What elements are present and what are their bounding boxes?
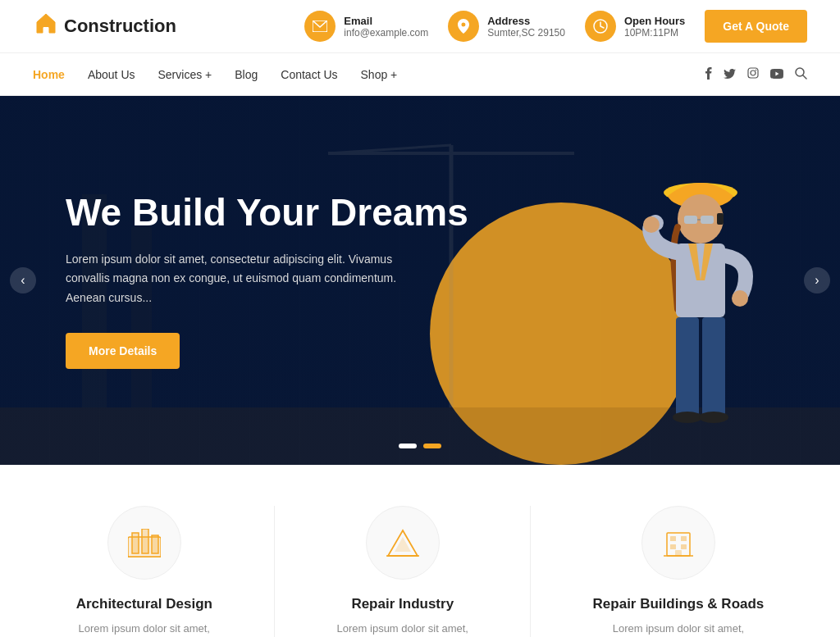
nav-links: Home About Us Services + Blog Contact Us… (33, 55, 397, 94)
nav-contact[interactable]: Contact Us (281, 55, 337, 94)
service-divider-2 (530, 506, 531, 637)
svg-rect-43 (681, 544, 687, 549)
svg-rect-23 (676, 317, 699, 416)
email-info: Email info@example.com (304, 11, 428, 42)
nav-services[interactable]: Services + (158, 55, 212, 94)
nav-blog[interactable]: Blog (235, 55, 258, 94)
svg-rect-3 (748, 68, 758, 78)
email-label: Email (344, 15, 428, 27)
hero-section: ‹ We Build Your Dreams Lorem ipsum dolor… (0, 96, 840, 465)
architectural-desc: Lorem ipsum dolor sit amet, (79, 621, 210, 637)
slider-dots (399, 444, 441, 448)
hours-icon-circle (585, 11, 616, 42)
svg-line-7 (803, 75, 806, 79)
nav-shop[interactable]: Shop + (361, 55, 398, 94)
hours-value: 10PM:11PM (624, 27, 685, 39)
twitter-icon[interactable] (724, 68, 736, 81)
hours-info: Open Hours 10PM:11PM (585, 11, 685, 42)
slider-dot-2[interactable] (423, 444, 441, 448)
service-card-repair-buildings: Repair Buildings & Roads Lorem ipsum dol… (593, 506, 765, 637)
svg-rect-29 (132, 533, 139, 553)
navigation: Home About Us Services + Blog Contact Us… (0, 53, 840, 96)
hours-label: Open Hours (624, 15, 685, 27)
svg-rect-31 (142, 529, 148, 553)
top-header: Construction Email info@example.com (0, 0, 840, 53)
hero-cta-button[interactable]: More Details (66, 333, 180, 369)
youtube-icon[interactable] (770, 68, 783, 81)
repair-industry-icon (366, 506, 440, 580)
logo-icon (33, 11, 59, 43)
repair-buildings-icon (641, 506, 715, 580)
repair-buildings-title: Repair Buildings & Roads (593, 596, 765, 612)
slider-prev[interactable]: ‹ (10, 267, 36, 293)
service-card-repair-industry: Repair Industry Lorem ipsum dolor sit am… (337, 506, 468, 637)
svg-rect-17 (701, 216, 714, 224)
address-value: Sumter,SC 29150 (487, 27, 565, 39)
hours-text: Open Hours 10PM:11PM (624, 15, 685, 39)
svg-rect-41 (681, 536, 687, 541)
search-icon[interactable] (795, 67, 807, 82)
address-label: Address (487, 15, 565, 27)
address-icon-circle (448, 11, 479, 42)
svg-point-4 (751, 71, 756, 75)
email-icon-circle (304, 11, 336, 42)
architectural-icon (107, 506, 181, 580)
nav-social (705, 67, 807, 82)
svg-rect-33 (152, 535, 158, 553)
email-value: info@example.com (344, 27, 428, 39)
nav-home[interactable]: Home (33, 55, 65, 94)
brand-name: Construction (64, 16, 176, 37)
architectural-title: Architectural Design (76, 596, 212, 612)
hero-content: We Build Your Dreams Lorem ipsum dolor s… (66, 192, 468, 369)
svg-rect-24 (702, 317, 725, 416)
svg-point-25 (673, 412, 702, 423)
header-info: Email info@example.com Address Sumter,SC… (304, 10, 807, 43)
facebook-icon[interactable] (705, 67, 712, 82)
address-info: Address Sumter,SC 29150 (448, 11, 565, 42)
service-card-architectural: Architectural Design Lorem ipsum dolor s… (76, 506, 212, 637)
svg-rect-40 (670, 536, 676, 541)
quote-button[interactable]: Get A Quote (705, 10, 807, 43)
hero-worker (610, 137, 791, 465)
instagram-icon[interactable] (747, 67, 759, 81)
services-section: Architectural Design Lorem ipsum dolor s… (0, 465, 840, 637)
nav-about[interactable]: About Us (88, 55, 135, 94)
repair-industry-title: Repair Industry (351, 596, 454, 612)
svg-rect-16 (684, 216, 697, 224)
svg-rect-19 (717, 213, 724, 225)
hero-title: We Build Your Dreams (66, 192, 468, 234)
address-text: Address Sumter,SC 29150 (487, 15, 565, 39)
logo[interactable]: Construction (33, 11, 176, 43)
svg-point-22 (732, 290, 748, 307)
slider-dot-1[interactable] (399, 444, 417, 448)
svg-rect-0 (43, 27, 48, 33)
svg-point-5 (756, 70, 757, 71)
hero-description: Lorem ipsum dolor sit amet, consectetur … (66, 250, 410, 308)
repair-buildings-desc: Lorem ipsum dolor sit amet, (613, 621, 744, 637)
slider-next[interactable]: › (804, 267, 830, 293)
svg-point-26 (699, 412, 728, 423)
svg-rect-44 (675, 550, 682, 556)
svg-rect-42 (670, 544, 676, 549)
service-divider-1 (274, 506, 275, 637)
svg-point-21 (643, 216, 660, 233)
repair-industry-desc: Lorem ipsum dolor sit amet, (337, 621, 468, 637)
email-text: Email info@example.com (344, 15, 428, 39)
